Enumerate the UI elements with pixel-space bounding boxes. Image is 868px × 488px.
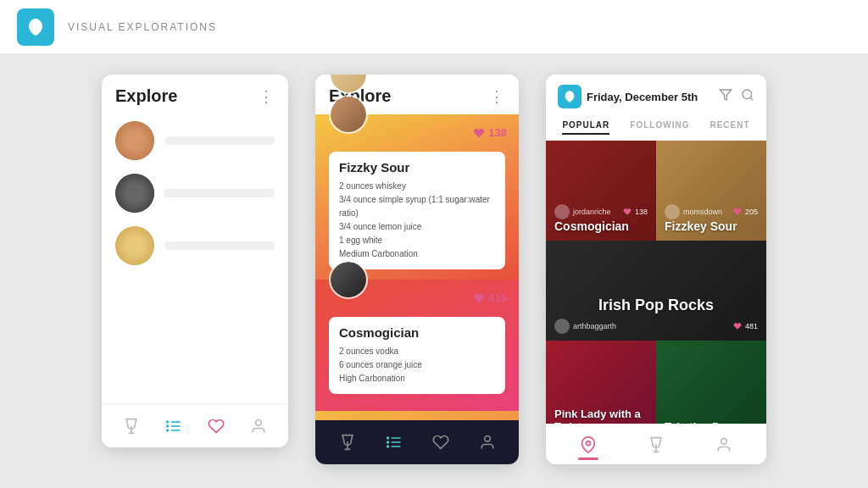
drink-label: Fizzkey Sour (665, 219, 758, 234)
drink-recipe-2: 2 ounces vodka 6 ounces orange juice Hig… (339, 345, 495, 385)
nav-glass[interactable] (648, 436, 665, 453)
grid-cell-fizzkey[interactable]: momsdown 205 Fizzkey Sour (656, 141, 766, 241)
drink-name-2: Cosmogician (339, 325, 495, 340)
user-avatar (554, 319, 570, 334)
phone1-list (102, 114, 288, 272)
drink-label: Cosmogician (554, 219, 648, 234)
username: arthbaggarth (573, 322, 616, 330)
nav-heart[interactable] (432, 434, 449, 451)
avatar (115, 226, 154, 265)
svg-point-17 (587, 441, 591, 445)
drink-label: Irish Pop Rocks (554, 297, 758, 315)
header: VISUAL EXPLORATIONS (0, 0, 868, 54)
grid-cell-irish[interactable]: Irish Pop Rocks arthbaggarth 481 (546, 241, 766, 341)
drinks-grid: jordanriche 138 Cosmogician momsdown 205 (546, 141, 766, 441)
like-count: 138 (635, 208, 648, 216)
phone1-nav (102, 403, 288, 447)
phone1-title: Explore (115, 86, 177, 106)
card-cosmogician[interactable]: 415 Cosmogician 2 ounces vodka 6 ounces … (315, 280, 519, 411)
grid-label-cosmogician: jordanriche 138 Cosmogician (546, 194, 656, 241)
like-count: 481 (745, 322, 758, 330)
card-content-1: Fizzky Sour 2 ounces whiskey 3/4 ounce s… (329, 152, 505, 269)
heart-count-2: 415 (473, 291, 507, 304)
more-options-icon[interactable]: ⋮ (259, 87, 275, 106)
svg-point-12 (387, 446, 388, 447)
phone3-header: Friday, December 5th (546, 75, 766, 115)
phone2-nav (315, 420, 519, 464)
phone3-logo (558, 85, 581, 108)
phone-mockup-2: Explore ⋮ 138 Fizzky Sour 2 ounces whisk… (315, 75, 519, 464)
tab-following[interactable]: FOLLOWING (630, 120, 689, 135)
avatar (115, 174, 154, 213)
card-fizzky[interactable]: 138 Fizzky Sour 2 ounces whiskey 3/4 oun… (315, 114, 519, 280)
avatar (115, 121, 154, 160)
svg-point-18 (721, 438, 727, 444)
content-bar (164, 189, 275, 197)
grid-cell-cosmogician[interactable]: jordanriche 138 Cosmogician (546, 141, 656, 241)
svg-marker-14 (720, 90, 731, 100)
date-area: Friday, December 5th (558, 85, 698, 108)
heart-count-1: 138 (473, 126, 507, 139)
grid-label-irish: Irish Pop Rocks arthbaggarth 481 (546, 290, 766, 341)
phone1-header: Explore ⋮ (102, 75, 288, 114)
content-bar (164, 136, 275, 145)
svg-point-10 (387, 437, 388, 439)
card-avatar-1 (329, 95, 368, 134)
phone3-date: Friday, December 5th (587, 91, 698, 103)
phone3-action-icons (719, 88, 754, 105)
tab-popular[interactable]: POPULAR (562, 120, 609, 135)
drink-name-1: Fizzky Sour (339, 160, 495, 175)
nav-list[interactable] (386, 434, 403, 451)
svg-point-15 (743, 90, 752, 99)
svg-point-13 (484, 436, 490, 442)
nav-glass[interactable] (123, 418, 140, 435)
like-count: 205 (745, 208, 758, 216)
svg-point-3 (167, 421, 169, 423)
nav-person[interactable] (479, 434, 496, 451)
drink-recipe-1: 2 ounces whiskey 3/4 ounce simple syrup … (339, 180, 495, 261)
phone2-cards: 138 Fizzky Sour 2 ounces whiskey 3/4 oun… (315, 114, 519, 453)
user-avatar (665, 204, 680, 219)
content-bar (164, 241, 275, 250)
nav-person[interactable] (250, 418, 267, 435)
user-avatar (554, 204, 570, 219)
tab-recent[interactable]: RECENT (709, 120, 749, 135)
list-item[interactable] (115, 174, 275, 213)
app-logo (17, 8, 54, 46)
svg-line-16 (750, 97, 753, 100)
page-title: VISUAL EXPLORATIONS (68, 21, 217, 33)
user-row: jordanriche 138 (554, 204, 648, 219)
phone-mockup-1: Explore ⋮ (102, 75, 288, 447)
nav-location[interactable] (580, 436, 597, 453)
more-options-icon[interactable]: ⋮ (489, 87, 505, 106)
svg-point-4 (167, 425, 169, 427)
username: jordanriche (573, 208, 611, 216)
svg-point-6 (256, 419, 262, 425)
nav-person[interactable] (715, 436, 732, 453)
phone3-nav (546, 424, 766, 464)
svg-point-11 (387, 441, 388, 443)
card-avatar-2 (329, 260, 368, 299)
phone3-tabs: POPULAR FOLLOWING RECENT (546, 115, 766, 141)
card-content-2: Cosmogician 2 ounces vodka 6 ounces oran… (329, 317, 505, 394)
grid-label-fizzkey: momsdown 205 Fizzkey Sour (656, 194, 766, 241)
main-content: Explore ⋮ (0, 54, 868, 488)
user-row: arthbaggarth 481 (554, 319, 758, 334)
nav-glass[interactable] (339, 434, 356, 451)
nav-heart[interactable] (208, 418, 225, 435)
list-item[interactable] (115, 121, 275, 160)
list-item[interactable] (115, 226, 275, 265)
filter-icon[interactable] (719, 88, 732, 105)
search-icon[interactable] (741, 88, 754, 105)
nav-list[interactable] (165, 418, 182, 435)
svg-point-5 (167, 430, 169, 431)
username: momsdown (683, 208, 722, 216)
user-row: momsdown 205 (665, 204, 758, 219)
phone-mockup-3: Friday, December 5th POPULAR FOLLOWING R… (546, 75, 766, 464)
